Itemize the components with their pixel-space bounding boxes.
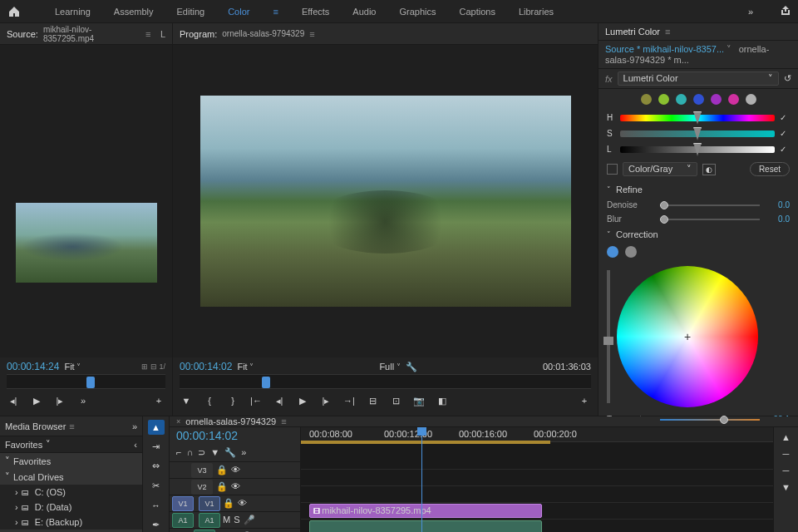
lumetri-source-link[interactable]: Source * mikhail-nilov-8357... <box>605 44 724 54</box>
mb-overflow-icon[interactable]: » <box>132 421 137 431</box>
colorgray-checkbox[interactable] <box>607 164 618 175</box>
mb-menu-icon[interactable]: ≡ <box>69 421 79 431</box>
program-timecode[interactable]: 00:00:14:02 <box>180 361 232 372</box>
lock-icon[interactable]: 🔒 <box>216 465 228 475</box>
swatch-gray[interactable] <box>746 94 756 105</box>
track-v2-label[interactable]: V2 <box>191 480 213 495</box>
tab-editing[interactable]: Editing <box>177 7 205 17</box>
video-clip[interactable]: 🎞 mikhail-nilov-8357295.mp4 <box>309 504 542 518</box>
go-in-button[interactable]: |← <box>249 394 263 407</box>
denoise-slider[interactable] <box>660 204 760 206</box>
swatch-green[interactable] <box>658 94 669 105</box>
temp-slider[interactable] <box>660 419 760 421</box>
lift-button[interactable]: ⊟ <box>366 394 379 407</box>
eyedrop-h-icon[interactable]: ✓ <box>780 113 790 122</box>
lock-icon[interactable]: 🔒 <box>223 498 234 509</box>
play-button[interactable]: ▶ <box>30 394 43 407</box>
track-a1-label[interactable]: A1 <box>199 513 220 528</box>
tree-drive-e[interactable]: ›🖴E: (Backup) <box>0 515 142 530</box>
add-button-icon[interactable]: + <box>578 396 591 406</box>
track-v3-label[interactable]: V3 <box>191 463 213 478</box>
audio-clip[interactable] <box>309 520 542 532</box>
more-transport-icon[interactable]: » <box>76 394 90 407</box>
zoom-out-icon[interactable]: ▼ <box>781 482 791 492</box>
solo-button[interactable]: S <box>234 515 239 525</box>
colorgray-select[interactable]: Color/Gray˅ <box>623 162 697 176</box>
favorites-select[interactable]: Favorites <box>5 440 42 450</box>
marker-icon[interactable]: ▼ <box>210 447 219 458</box>
tab-graphics[interactable]: Graphics <box>399 7 436 17</box>
tree-local-drives[interactable]: ˅Local Drives <box>0 469 142 485</box>
tab-learning[interactable]: Learning <box>55 7 91 17</box>
mark-out-button[interactable]: } <box>226 394 239 407</box>
extract-button[interactable]: ⊡ <box>389 394 402 407</box>
zoom-in-icon[interactable]: ▲ <box>781 432 791 442</box>
settings-icon[interactable]: 🔧 <box>224 447 236 458</box>
tab-color-menu-icon[interactable]: ≡ <box>273 7 278 17</box>
eye-icon[interactable]: 👁 <box>238 498 249 509</box>
src-target-v1[interactable]: V1 <box>172 496 194 511</box>
pen-tool[interactable]: ✒ <box>148 518 165 533</box>
source-menu-icon[interactable]: ≡ <box>145 29 155 39</box>
step-fwd-button[interactable]: |▸ <box>53 394 66 407</box>
eyedrop-l-icon[interactable]: ✓ <box>780 145 790 154</box>
tl-wrench-icon[interactable]: ─ <box>783 466 790 475</box>
program-monitor[interactable] <box>200 96 571 307</box>
slip-tool[interactable]: ↔ <box>148 498 165 513</box>
tree-drive-d[interactable]: ›🖴D: (Data) <box>0 500 142 515</box>
source-zoom-select[interactable]: Fit ˅ <box>64 362 81 372</box>
timeline-timecode[interactable]: 00:00:14:02 <box>176 429 238 442</box>
midtones-icon[interactable] <box>625 246 637 258</box>
mute-button[interactable]: M <box>223 515 230 525</box>
effect-select[interactable]: Lumetri Color˅ <box>618 71 779 86</box>
play-button[interactable]: ▶ <box>296 394 309 407</box>
invert-icon[interactable]: ◐ <box>702 164 716 175</box>
add-button-icon[interactable]: + <box>152 396 165 406</box>
track-v1-label[interactable]: V1 <box>199 496 220 511</box>
src-target-a1[interactable]: A1 <box>172 513 194 528</box>
magnet-icon[interactable]: ∩ <box>186 447 193 458</box>
tl-settings-icon[interactable]: ─ <box>783 449 790 459</box>
link-icon[interactable]: ⊃ <box>198 447 205 458</box>
add-marker-button[interactable]: ▼ <box>180 394 193 407</box>
step-back-button[interactable]: ◂| <box>7 394 20 407</box>
go-out-button[interactable]: →| <box>342 394 356 407</box>
program-zoom-select[interactable]: Fit ˅ <box>237 362 254 372</box>
step-back-button[interactable]: ◂| <box>273 394 286 407</box>
mark-in-button[interactable]: { <box>203 394 216 407</box>
mb-nav-back-icon[interactable]: ‹ <box>134 440 137 450</box>
color-wheel[interactable]: + <box>617 266 758 407</box>
home-icon[interactable] <box>7 4 22 19</box>
step-fwd-button[interactable]: |▸ <box>319 394 332 407</box>
swatch-magenta[interactable] <box>728 94 739 105</box>
program-menu-icon[interactable]: ≡ <box>309 29 319 39</box>
eyedrop-s-icon[interactable]: ✓ <box>780 129 790 138</box>
tab-assembly[interactable]: Assembly <box>114 7 154 17</box>
share-icon[interactable] <box>780 5 791 18</box>
program-scrubber[interactable] <box>180 374 591 389</box>
razor-tool[interactable]: ✂ <box>148 479 165 494</box>
mic-icon[interactable]: 🎤 <box>244 515 255 525</box>
in-out-range[interactable] <box>301 441 550 444</box>
wrench-icon[interactable]: 🔧 <box>406 362 417 372</box>
hue-slider[interactable] <box>620 115 775 121</box>
playhead[interactable] <box>421 427 422 532</box>
tab-libraries[interactable]: Libraries <box>519 7 554 17</box>
luma-slider[interactable] <box>607 270 610 403</box>
light-slider[interactable] <box>620 146 775 153</box>
tab-effects[interactable]: Effects <box>302 7 329 17</box>
blur-value[interactable]: 0.0 <box>765 214 790 224</box>
reset-icon[interactable]: ↺ <box>784 73 791 84</box>
source-timecode[interactable]: 00:00:14:24 <box>7 361 59 372</box>
correction-header[interactable]: ˅Correction <box>598 226 798 243</box>
eye-icon[interactable]: 👁 <box>231 481 243 492</box>
refine-header[interactable]: ˅Refine <box>598 181 798 198</box>
tl-more-icon[interactable]: » <box>241 447 246 458</box>
blur-slider[interactable] <box>660 219 760 220</box>
denoise-value[interactable]: 0.0 <box>765 200 790 209</box>
source-monitor[interactable] <box>16 203 157 283</box>
compare-button[interactable]: ◧ <box>436 394 449 407</box>
tab-audio[interactable]: Audio <box>352 7 376 17</box>
tree-favorites[interactable]: ˅Favorites <box>0 453 142 469</box>
source-scrubber[interactable] <box>7 374 165 389</box>
